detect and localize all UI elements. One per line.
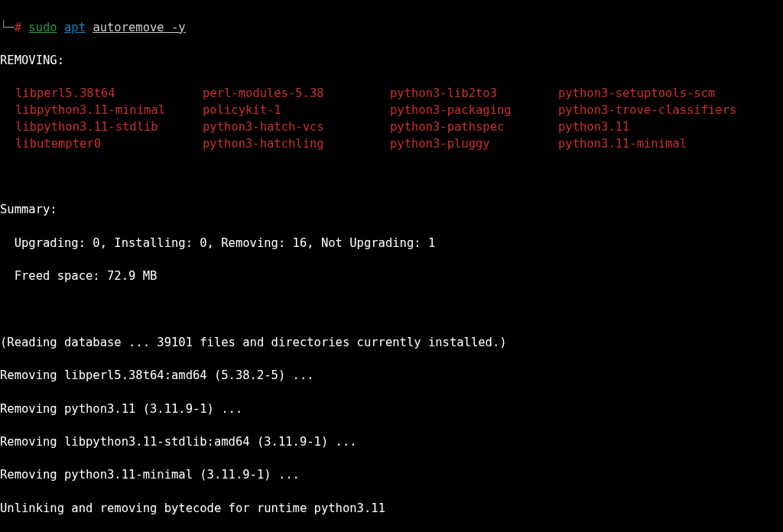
pkg-cell: libperl5.38t64 xyxy=(15,86,203,102)
cmd-apt: apt xyxy=(64,21,86,34)
pkg-cell: python3-setuptools-scm xyxy=(558,86,783,102)
prompt-tree-icon: └─ xyxy=(0,21,15,34)
cmd-sudo: sudo xyxy=(28,21,57,34)
prompt-line: └─# sudo apt autoremove -y xyxy=(0,20,783,37)
summary-space: Freed space: 72.9 MB xyxy=(0,268,783,285)
pkg-cell: python3-packaging xyxy=(390,102,558,119)
pkg-cell: policykit-1 xyxy=(203,102,390,119)
pkg-cell: python3-pathspec xyxy=(390,119,558,136)
pkg-cell: python3-lib2to3 xyxy=(390,86,558,102)
pkg-cell: python3-trove-classifiers xyxy=(558,102,783,119)
blank-line xyxy=(0,301,783,318)
cmd-args: autoremove -y xyxy=(93,21,185,34)
log-line: Removing python3.11-minimal (3.11.9-1) .… xyxy=(0,467,783,484)
log-line: Removing python3.11 (3.11.9-1) ... xyxy=(0,401,783,418)
pkg-cell: python3-hatchling xyxy=(203,136,390,153)
pkg-cell: libpython3.11-stdlib xyxy=(15,119,203,136)
package-table: libperl5.38t64perl-modules-5.38python3-l… xyxy=(0,86,783,152)
pkg-cell: libutempter0 xyxy=(15,136,203,153)
log-line: Unlinking and removing bytecode for runt… xyxy=(0,501,783,517)
log-line: Removing libpython3.11-stdlib:amd64 (3.1… xyxy=(0,434,783,451)
summary-header: Summary: xyxy=(0,202,783,219)
log-line: Removing libperl5.38t64:amd64 (5.38.2-5)… xyxy=(0,368,783,384)
pkg-cell: python3.11 xyxy=(558,119,783,136)
removing-header: REMOVING: xyxy=(0,53,783,70)
log-line: (Reading database ... 39101 files and di… xyxy=(0,335,783,352)
pkg-cell: libpython3.11-minimal xyxy=(15,102,203,119)
pkg-cell: perl-modules-5.38 xyxy=(203,86,390,102)
blank-line xyxy=(0,169,783,186)
summary-counts: Upgrading: 0, Installing: 0, Removing: 1… xyxy=(0,235,783,252)
prompt-hash: # xyxy=(15,21,21,34)
pkg-cell: python3-hatch-vcs xyxy=(203,119,390,136)
terminal-output[interactable]: └─# sudo apt autoremove -y REMOVING: lib… xyxy=(0,3,783,532)
pkg-cell: python3-pluggy xyxy=(390,136,558,153)
pkg-cell: python3.11-minimal xyxy=(558,136,783,153)
